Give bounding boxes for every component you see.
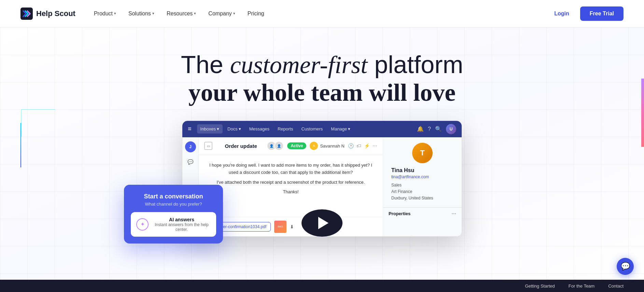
nav-company-label: Company <box>208 11 232 17</box>
nav-links: Product ▾ Solutions ▾ Resources ▾ Compan… <box>89 8 549 19</box>
accent-decoration-left <box>21 109 55 137</box>
bottom-link-contact[interactable]: Contact <box>608 283 624 287</box>
conversation-actions: 🕐 🏷 ⚡ ⋯ <box>348 143 377 149</box>
nav-resources-label: Resources <box>167 11 193 17</box>
attachment-thumbnail: IMG <box>274 221 286 233</box>
chevron-icon: ▾ <box>217 126 219 131</box>
app-nav-manage[interactable]: Manage ▾ <box>327 124 354 134</box>
bottom-bar: Getting Started For the Team Contact <box>0 280 644 287</box>
hero-line1: The customer-first platform <box>168 51 476 79</box>
nav-item-pricing[interactable]: Pricing <box>243 8 269 19</box>
more-icon[interactable]: ⋯ <box>373 143 377 149</box>
status-badge: Active <box>287 142 306 149</box>
video-play-overlay[interactable] <box>302 209 342 237</box>
nav-product-label: Product <box>94 11 113 17</box>
logo-link[interactable]: Help Scout <box>20 8 75 20</box>
app-nav-icons: 🔔 ? 🔍 U <box>417 124 456 134</box>
helpscout-logo-icon <box>20 8 33 20</box>
chevron-down-icon: ▾ <box>152 11 154 16</box>
message-text-2: I've attached both the receipt and a scr… <box>206 179 376 186</box>
conversation-header: ▭ Order update 👤 👤 Active S Savannah N <box>199 137 383 155</box>
ai-card-subtitle: Instant answers from the help center. <box>153 222 211 232</box>
ai-card-title: AI answers <box>153 217 211 222</box>
nav-right: Login Free Trial <box>549 6 624 21</box>
attachment-name: order-confirmation1034.pdf <box>217 224 266 229</box>
conversation-type-icon: ▭ <box>204 142 212 150</box>
sidebar-icon-bubble[interactable]: 💬 <box>185 156 196 167</box>
accent-line-right <box>641 79 644 147</box>
bottom-link-getting-started[interactable]: Getting Started <box>525 283 555 287</box>
chevron-icon: ▾ <box>348 126 350 131</box>
app-nav-reports[interactable]: Reports <box>274 124 297 134</box>
properties-header: Properties ⋯ <box>383 207 462 219</box>
ai-icon: ✦ <box>136 218 149 231</box>
customer-department: Sales <box>391 182 456 189</box>
svg-rect-0 <box>20 8 33 20</box>
conversation-avatars: 👤 👤 <box>267 141 284 151</box>
message-text-1: I hope you're doing well. I want to add … <box>206 162 376 176</box>
logo-text: Help Scout <box>36 9 75 18</box>
hero-line2: your whole team will love <box>168 79 476 107</box>
app-nav-docs[interactable]: Docs ▾ <box>224 124 244 134</box>
bell-icon[interactable]: 🔔 <box>417 126 424 132</box>
search-icon[interactable]: 🔍 <box>435 126 442 132</box>
avatar-agent: 👤 <box>274 141 284 151</box>
floating-card-title: Start a conversation <box>131 193 216 200</box>
customer-location: Duxbury, United States <box>391 195 456 201</box>
play-icon <box>318 217 328 229</box>
navbar: Help Scout Product ▾ Solutions ▾ Resourc… <box>0 0 644 27</box>
floating-card-inner: ✦ AI answers Instant answers from the he… <box>131 212 216 237</box>
chat-bubble-icon: 💬 <box>621 262 630 271</box>
chat-bubble-button[interactable]: 💬 <box>617 258 634 275</box>
nav-item-solutions[interactable]: Solutions ▾ <box>124 8 159 19</box>
hero-section: The customer-first platform your whole t… <box>0 27 644 287</box>
properties-more-icon[interactable]: ⋯ <box>451 211 456 217</box>
app-navbar: ≡ Inboxes ▾ Docs ▾ Messages Reports Cust… <box>182 121 462 137</box>
app-nav-customers[interactable]: Customers <box>298 124 326 134</box>
app-nav-messages[interactable]: Messages <box>246 124 273 134</box>
chevron-icon: ▾ <box>239 126 241 131</box>
floating-conversation-card: Start a conversation What channel do you… <box>124 185 223 244</box>
nav-item-company[interactable]: Company ▾ <box>204 8 240 19</box>
assignee-avatar: S <box>310 142 318 150</box>
attachment-area: 📄 order-confirmation1034.pdf IMG ⬇ <box>199 217 383 236</box>
nav-solutions-label: Solutions <box>128 11 151 17</box>
assignee-name: Savannah N <box>320 143 345 149</box>
nav-item-product[interactable]: Product ▾ <box>89 8 121 19</box>
clock-icon[interactable]: 🕐 <box>348 143 354 149</box>
bottom-link-for-team[interactable]: For the Team <box>569 283 594 287</box>
chevron-down-icon: ▾ <box>194 11 196 16</box>
assignee-info: S Savannah N <box>310 142 345 150</box>
customer-profile: T Tina Hsu tina@artfinance.com Sales Art… <box>383 137 462 207</box>
properties-label: Properties <box>389 211 410 216</box>
help-icon[interactable]: ? <box>428 126 431 132</box>
chevron-down-icon: ▾ <box>233 11 235 16</box>
lightning-icon[interactable]: ⚡ <box>364 143 370 149</box>
login-button[interactable]: Login <box>549 8 575 19</box>
floating-card-subtitle: What channel do you prefer? <box>131 201 216 207</box>
hero-title: The customer-first platform your whole t… <box>168 51 476 107</box>
conversation-body: I hope you're doing well. I want to add … <box>199 155 383 217</box>
ai-card-text: AI answers Instant answers from the help… <box>153 217 211 232</box>
customer-name: Tina Hsu <box>391 167 456 173</box>
app-preview: Start a conversation What channel do you… <box>134 121 510 237</box>
app-nav-inboxes[interactable]: Inboxes ▾ <box>197 124 223 134</box>
free-trial-button[interactable]: Free Trial <box>580 6 624 21</box>
download-icon[interactable]: ⬇ <box>290 224 294 230</box>
customer-email[interactable]: tina@artfinance.com <box>391 175 456 179</box>
nav-item-resources[interactable]: Resources ▾ <box>162 8 201 19</box>
conversation-main: ▭ Order update 👤 👤 Active S Savannah N <box>199 137 383 236</box>
conversation-title: Order update <box>215 143 267 149</box>
customer-panel: T Tina Hsu tina@artfinance.com Sales Art… <box>383 137 462 236</box>
accent-line-left <box>20 123 21 167</box>
user-avatar[interactable]: U <box>446 124 456 134</box>
message-thanks: Thanks! <box>206 189 376 196</box>
customer-company: Art Finance <box>391 189 456 195</box>
chevron-down-icon: ▾ <box>114 11 116 16</box>
tag-icon[interactable]: 🏷 <box>356 143 361 149</box>
app-logo-icon: ≡ <box>188 125 192 133</box>
customer-avatar-large: T <box>412 143 433 163</box>
nav-pricing-label: Pricing <box>248 11 264 17</box>
hero-italic: customer-first <box>230 51 368 79</box>
sidebar-initial-avatar: J <box>185 141 196 152</box>
